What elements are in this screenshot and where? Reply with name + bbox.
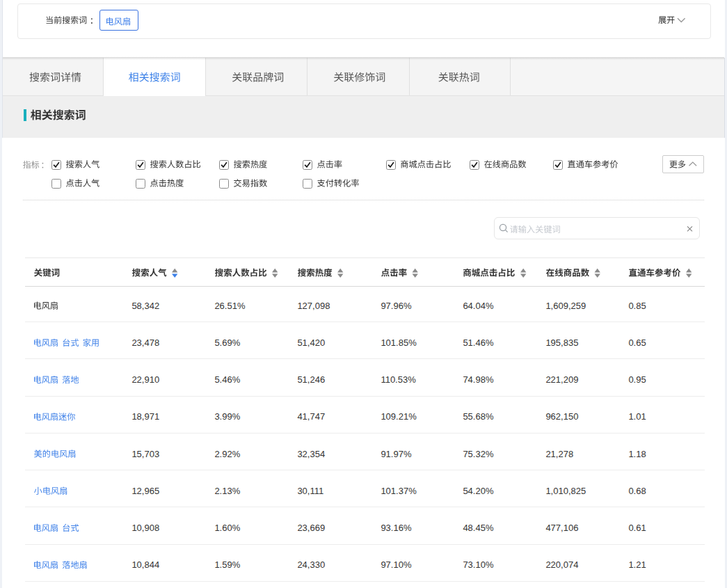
svg-text:23,478: 23,478	[131, 337, 159, 348]
svg-text:10,908: 10,908	[131, 523, 159, 533]
svg-text:1.60%: 1.60%	[214, 523, 240, 533]
svg-text:48.45%: 48.45%	[463, 523, 494, 533]
svg-text:109.21%: 109.21%	[381, 411, 417, 422]
svg-text:32,354: 32,354	[297, 449, 325, 459]
svg-text:1,010,825: 1,010,825	[545, 486, 586, 496]
svg-text:41,747: 41,747	[297, 411, 325, 422]
svg-text:3.99%: 3.99%	[214, 411, 240, 422]
svg-text:1.18: 1.18	[628, 449, 646, 459]
svg-text:22,910: 22,910	[131, 374, 159, 385]
svg-text:220,074: 220,074	[545, 559, 578, 570]
svg-text:21,278: 21,278	[545, 449, 573, 459]
svg-text:23,669: 23,669	[297, 523, 325, 533]
svg-text:51.46%: 51.46%	[463, 337, 494, 348]
svg-text:1.59%: 1.59%	[214, 559, 240, 570]
svg-text:75.32%: 75.32%	[463, 449, 494, 459]
svg-text:0.68: 0.68	[628, 486, 646, 496]
svg-text:0.95: 0.95	[628, 374, 646, 385]
svg-text:110.53%: 110.53%	[381, 374, 416, 385]
svg-text:127,098: 127,098	[297, 301, 330, 311]
svg-text:15,703: 15,703	[131, 449, 159, 459]
svg-text:221,209: 221,209	[545, 374, 578, 385]
svg-text:195,835: 195,835	[545, 337, 578, 348]
svg-text:26.51%: 26.51%	[214, 301, 246, 311]
svg-text:55.68%: 55.68%	[463, 411, 494, 422]
svg-text:91.97%: 91.97%	[381, 449, 412, 459]
svg-text:1.21: 1.21	[628, 559, 646, 570]
svg-text:73.10%: 73.10%	[463, 559, 494, 570]
svg-text:0.61: 0.61	[628, 523, 646, 533]
svg-text:5.46%: 5.46%	[214, 374, 240, 385]
svg-text:30,111: 30,111	[297, 486, 323, 496]
svg-text:12,965: 12,965	[131, 486, 159, 496]
svg-text:477,106: 477,106	[545, 523, 578, 533]
svg-text:2.92%: 2.92%	[214, 449, 240, 459]
svg-text:74.98%: 74.98%	[463, 374, 494, 385]
svg-text:1.01: 1.01	[628, 411, 646, 422]
svg-text:64.04%: 64.04%	[463, 301, 494, 311]
svg-text:101.85%: 101.85%	[381, 337, 417, 348]
svg-text:54.20%: 54.20%	[463, 486, 494, 496]
svg-text:5.69%: 5.69%	[214, 337, 240, 348]
svg-text:58,342: 58,342	[131, 301, 159, 311]
svg-text:24,330: 24,330	[297, 559, 325, 570]
svg-text:18,971: 18,971	[131, 411, 159, 422]
svg-text:51,246: 51,246	[297, 374, 325, 385]
svg-text:97.10%: 97.10%	[381, 559, 412, 570]
svg-text:0.65: 0.65	[628, 337, 646, 348]
svg-text:93.16%: 93.16%	[381, 523, 412, 533]
svg-text:101.37%: 101.37%	[381, 486, 417, 496]
svg-text:962,150: 962,150	[545, 411, 578, 422]
svg-text:97.96%: 97.96%	[381, 301, 412, 311]
svg-text:2.13%: 2.13%	[214, 486, 240, 496]
svg-text:10,844: 10,844	[131, 559, 159, 570]
svg-text:0.85: 0.85	[628, 301, 646, 311]
svg-text:1,609,259: 1,609,259	[545, 301, 586, 311]
svg-text:51,420: 51,420	[297, 337, 325, 348]
